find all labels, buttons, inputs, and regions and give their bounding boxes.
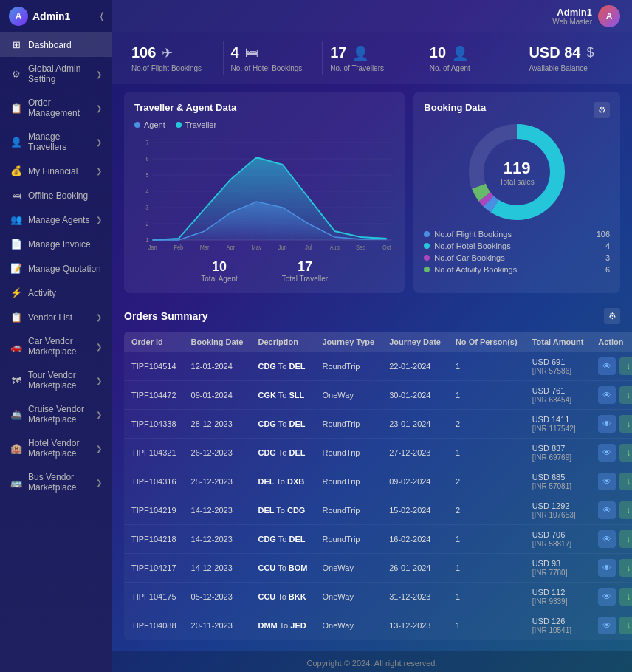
sidebar-icon-activity: ⚡ xyxy=(10,287,22,298)
stat-icon-3: 👤 xyxy=(452,45,468,61)
sidebar-arrow-car-vendor: ❯ xyxy=(96,343,102,351)
sidebar-arrow-hotel-vendor: ❯ xyxy=(96,445,102,453)
sidebar-item-vendor-list[interactable]: 📋 Vendor List ❯ xyxy=(0,305,112,329)
legend-value-0: 106 xyxy=(597,230,610,239)
description-4: DEL To DXB xyxy=(250,467,315,496)
view-button-4[interactable]: 👁 xyxy=(598,473,616,490)
sidebar-label-activity: Activity xyxy=(28,288,102,298)
table-row: TIPF10417505-12-2023CCU To BKKOneWay31-1… xyxy=(124,583,632,611)
download-button-6[interactable]: ↓ xyxy=(619,530,632,548)
download-button-5[interactable]: ↓ xyxy=(619,501,632,519)
sidebar-item-activity[interactable]: ⚡ Activity xyxy=(0,281,112,305)
sidebar-label-manage-invoice: Manage Invoice xyxy=(28,239,102,250)
journey-type-6: RoundTrip xyxy=(315,525,382,554)
orders-col-2: Decription xyxy=(250,332,315,352)
order-id-7: TIPF104217 xyxy=(124,554,184,583)
download-button-2[interactable]: ↓ xyxy=(619,415,632,433)
sidebar-item-manage-invoice[interactable]: 📄 Manage Invoice xyxy=(0,232,112,256)
view-button-1[interactable]: 👁 xyxy=(598,386,616,404)
booking-date-0: 12-01-2024 xyxy=(184,352,251,381)
sidebar-icon-global-admin: ⚙ xyxy=(10,69,22,80)
sidebar-item-manage-agents[interactable]: 👥 Manage Agents ❯ xyxy=(0,208,112,232)
booking-chart-settings-button[interactable]: ⚙ xyxy=(594,102,610,118)
sidebar-item-hotel-vendor[interactable]: 🏨 Hotel Vendor Marketplace ❯ xyxy=(0,431,112,465)
sidebar-item-offline-booking[interactable]: 🛏 Offline Booking xyxy=(0,183,112,208)
booking-legend-item-2: No.of Car Bookings 3 xyxy=(424,253,610,262)
sidebar-item-manage-quotation[interactable]: 📝 Manage Quotation xyxy=(0,256,112,281)
svg-text:Jul: Jul xyxy=(305,244,312,250)
stat-top-1: 4 🛏 xyxy=(231,44,315,61)
stat-value-2: 17 xyxy=(330,44,346,61)
view-button-8[interactable]: 👁 xyxy=(598,588,616,606)
booking-data-chart: Booking Data ⚙ 119 xyxy=(413,92,620,293)
view-button-0[interactable]: 👁 xyxy=(598,357,616,375)
sidebar-item-order-mgmt[interactable]: 📋 Order Management ❯ xyxy=(0,91,112,125)
view-button-5[interactable]: 👁 xyxy=(598,501,616,519)
amount-4: USD 685[INR 57081] xyxy=(525,467,591,496)
download-button-8[interactable]: ↓ xyxy=(619,588,632,606)
journey-date-0: 22-01-2024 xyxy=(382,352,448,381)
stat-icon-2: 👤 xyxy=(352,45,368,61)
view-button-3[interactable]: 👁 xyxy=(598,444,616,462)
total-traveller-value: 17 xyxy=(282,259,328,275)
sidebar-icon-dashboard: ⊞ xyxy=(10,39,22,50)
sidebar-item-dashboard[interactable]: ⊞ Dashboard xyxy=(0,32,112,57)
stat-top-4: USD 84 $ xyxy=(529,44,613,61)
booking-legend: No.of Flight Bookings 106 No.of Hotel Bo… xyxy=(424,230,610,274)
sidebar-label-order-mgmt: Order Management xyxy=(28,97,90,118)
download-button-0[interactable]: ↓ xyxy=(619,357,632,375)
order-id-0: TIPF104514 xyxy=(124,352,184,381)
booking-date-4: 25-12-2023 xyxy=(184,467,251,496)
chart-totals: 10 Total Agent 17 Total Traveller xyxy=(134,259,394,283)
area-chart: 7 6 5 4 3 2 1 xyxy=(134,135,394,253)
sidebar-arrow-vendor-list: ❯ xyxy=(96,313,102,321)
sidebar-item-car-vendor[interactable]: 🚗 Car Vendor Marketplace ❯ xyxy=(0,329,112,363)
booking-date-7: 14-12-2023 xyxy=(184,554,251,583)
view-button-7[interactable]: 👁 xyxy=(598,559,616,577)
persons-3: 1 xyxy=(448,439,525,467)
table-row: TIPF10421814-12-2023CDG To DELRoundTrip1… xyxy=(124,525,632,554)
persons-6: 1 xyxy=(448,525,525,554)
sidebar-item-my-financial[interactable]: 💰 My Financial ❯ xyxy=(0,159,112,183)
view-button-9[interactable]: 👁 xyxy=(598,617,616,634)
stat-top-3: 10 👤 xyxy=(430,44,514,61)
sidebar-item-manage-travellers[interactable]: 👤 Manage Travellers ❯ xyxy=(0,125,112,159)
sidebar-collapse-button[interactable]: ⟨ xyxy=(100,10,103,22)
persons-0: 1 xyxy=(448,352,525,381)
booking-date-6: 14-12-2023 xyxy=(184,525,251,554)
svg-text:6: 6 xyxy=(146,155,149,162)
donut-center: 119 Total sales xyxy=(500,159,535,186)
download-button-4[interactable]: ↓ xyxy=(619,473,632,490)
table-row: TIPF10431625-12-2023DEL To DXBRoundTrip0… xyxy=(124,467,632,496)
sidebar-header: A Admin1 ⟨ xyxy=(0,0,112,32)
sidebar-item-cruise-vendor[interactable]: 🚢 Cruise Vendor Marketplace ❯ xyxy=(0,397,112,431)
sidebar-item-bus-vendor[interactable]: 🚌 Bus Vendor Marketplace ❯ xyxy=(0,465,112,499)
svg-text:Apr: Apr xyxy=(227,244,236,250)
download-button-9[interactable]: ↓ xyxy=(619,617,632,634)
table-row: TIPF10447209-01-2024CGK To SLLOneWay30-0… xyxy=(124,381,632,410)
chart-legend: Agent Traveller xyxy=(134,120,394,129)
download-button-7[interactable]: ↓ xyxy=(619,559,632,577)
sidebar-item-global-admin[interactable]: ⚙ Global Admin Setting ❯ xyxy=(0,57,112,91)
legend-value-1: 4 xyxy=(605,241,610,250)
action-9: 👁↓ xyxy=(591,611,632,640)
order-id-3: TIPF104321 xyxy=(124,439,184,467)
view-button-2[interactable]: 👁 xyxy=(598,415,616,433)
legend-agent: Agent xyxy=(134,120,165,129)
svg-text:Jun: Jun xyxy=(278,244,287,250)
svg-text:2: 2 xyxy=(146,220,149,227)
legend-label-3: No.of Activity Bookings xyxy=(434,265,517,274)
sidebar-arrow-my-financial: ❯ xyxy=(96,167,102,175)
orders-settings-button[interactable]: ⚙ xyxy=(604,308,620,324)
sidebar-item-tour-vendor[interactable]: 🗺 Tour Vendor Marketplace ❯ xyxy=(0,363,112,397)
orders-title: Orders Summary xyxy=(124,310,208,322)
booking-legend-item-0: No.of Flight Bookings 106 xyxy=(424,230,610,239)
download-button-1[interactable]: ↓ xyxy=(619,386,632,404)
booking-legend-item-3: No.of Activity Bookings 6 xyxy=(424,265,610,274)
download-button-3[interactable]: ↓ xyxy=(619,444,632,462)
legend-dot-2 xyxy=(424,255,430,261)
persons-9: 1 xyxy=(448,611,525,640)
topbar: Admin1 Web Master A xyxy=(112,0,632,32)
stat-icon-4: $ xyxy=(586,45,594,61)
view-button-6[interactable]: 👁 xyxy=(598,530,616,548)
